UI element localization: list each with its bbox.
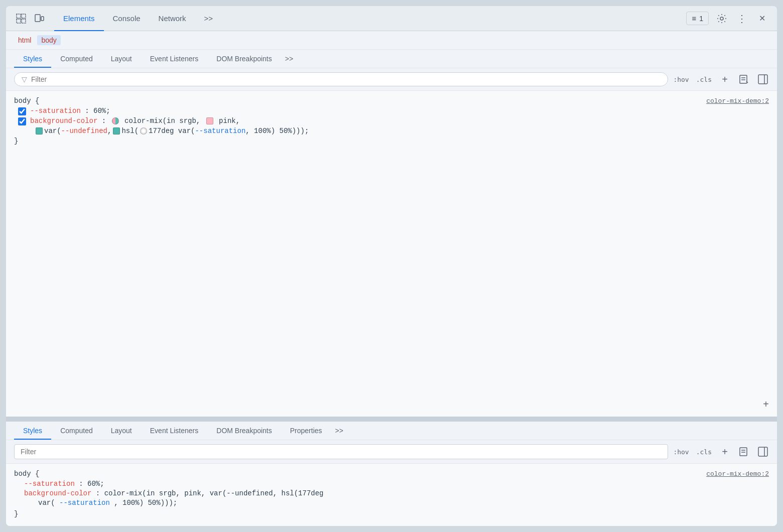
filter-actions-2: :hov .cls + <box>673 446 769 458</box>
toggle-sidebar-btn-2[interactable] <box>757 446 769 458</box>
css-source-link-1[interactable]: color-mix-demo:2 <box>706 97 769 105</box>
cursor-icon[interactable] <box>14 12 28 26</box>
filter-actions-1: :hov .cls + <box>673 73 769 85</box>
bg-name[interactable]: background-color <box>30 117 97 125</box>
settings-icon[interactable] <box>715 12 729 26</box>
svg-point-6 <box>720 17 723 20</box>
filter-input-wrap-1[interactable]: ▽ <box>14 72 668 86</box>
filter-icon-1: ▽ <box>22 75 27 83</box>
svg-rect-7 <box>740 75 747 83</box>
svg-rect-13 <box>740 448 747 456</box>
new-rule-btn-1[interactable] <box>738 73 750 85</box>
breadcrumb-body[interactable]: body <box>37 35 60 45</box>
svg-rect-5 <box>41 17 44 21</box>
teal-swatch[interactable] <box>36 127 43 135</box>
svg-rect-3 <box>22 19 26 23</box>
css-closing-1: } <box>14 135 769 147</box>
svg-rect-16 <box>758 447 767 456</box>
colormix-swatch[interactable] <box>112 117 119 124</box>
tab-styles-1[interactable]: Styles <box>14 50 51 68</box>
svg-rect-2 <box>17 19 21 23</box>
toggle-sidebar-btn-1[interactable] <box>757 73 769 85</box>
saturation-value[interactable]: 60%; <box>93 107 110 115</box>
css-selector-1: body { <box>14 97 39 105</box>
filter-row-1: ▽ :hov .cls + <box>6 68 777 91</box>
devtools-toolbar: Elements Console Network >> ≡ 1 ⋮ ✕ <box>6 6 777 31</box>
saturation-var-link[interactable]: --saturation <box>195 127 245 135</box>
css-panel-1: body { color-mix-demo:2 --saturation : 6… <box>6 91 777 417</box>
badge: ≡ 1 <box>686 12 709 25</box>
bg-value-2: color-mix(in srgb, pink, var(--undefined… <box>104 489 324 497</box>
badge-icon: ≡ <box>692 14 696 23</box>
tab-properties-2[interactable]: Properties <box>281 422 331 440</box>
bg-name-2[interactable]: background-color <box>24 489 91 497</box>
cls-btn-2[interactable]: .cls <box>696 448 712 456</box>
breadcrumb: html body <box>6 31 777 50</box>
saturation-name[interactable]: --saturation <box>30 107 81 115</box>
tab-event-listeners-1[interactable]: Event Listeners <box>141 50 208 68</box>
saturation-var-link-2[interactable]: --saturation <box>59 499 110 507</box>
tab-event-listeners-2[interactable]: Event Listeners <box>141 422 208 440</box>
hsl-circle-swatch[interactable] <box>140 127 147 135</box>
tab-network[interactable]: Network <box>150 11 195 26</box>
saturation-value-2: 60%; <box>87 480 104 488</box>
css-add-btn-1[interactable]: + <box>763 399 769 411</box>
css-prop-saturation-2: --saturation : 60%; <box>14 480 769 488</box>
tab-computed-1[interactable]: Computed <box>51 50 102 68</box>
new-rule-btn-2[interactable] <box>738 446 750 458</box>
css-property-bg: background-color : color-mix(in srgb, pi… <box>14 117 769 125</box>
tab-styles-2[interactable]: Styles <box>14 422 51 440</box>
bg-checkbox[interactable] <box>18 117 26 125</box>
svg-rect-11 <box>758 75 767 84</box>
hov-btn-1[interactable]: :hov <box>673 76 689 83</box>
svg-rect-0 <box>17 14 21 18</box>
tab-more-1[interactable]: >> <box>281 50 297 68</box>
add-style-btn-2[interactable]: + <box>719 446 731 458</box>
tab-layout-2[interactable]: Layout <box>102 422 141 440</box>
tab-more-2[interactable]: >> <box>331 422 347 440</box>
pink-swatch[interactable] <box>206 117 213 124</box>
css-continuation-1: var( --undefined , hsl( 177deg var( --sa… <box>14 127 769 135</box>
css-closing-2: } <box>14 508 769 520</box>
teal-swatch-2[interactable] <box>113 127 120 135</box>
bg-prop: background-color : color-mix(in srgb, pi… <box>30 117 240 125</box>
saturation-checkbox[interactable] <box>18 107 26 115</box>
saturation-name-2[interactable]: --saturation <box>24 480 75 488</box>
panel-divider <box>6 417 777 422</box>
css-panel-2: body { color-mix-demo:2 --saturation : 6… <box>6 464 777 526</box>
bg-value-part1: color-mix(in srgb, <box>124 117 205 125</box>
tab-elements[interactable]: Elements <box>54 11 104 26</box>
filter-row-2: :hov .cls + <box>6 440 777 464</box>
cls-btn-1[interactable]: .cls <box>696 76 712 83</box>
css-prop-bg-2: background-color : color-mix(in srgb, pi… <box>14 489 769 497</box>
hov-btn-2[interactable]: :hov <box>673 448 689 456</box>
svg-rect-1 <box>22 14 26 18</box>
tab-dom-breakpoints-1[interactable]: DOM Breakpoints <box>207 50 281 68</box>
tab-layout-1[interactable]: Layout <box>102 50 141 68</box>
close-icon[interactable]: ✕ <box>755 12 769 26</box>
panel1-tabs: Styles Computed Layout Event Listeners D… <box>6 50 777 68</box>
tab-dom-breakpoints-2[interactable]: DOM Breakpoints <box>207 422 281 440</box>
more-icon[interactable]: ⋮ <box>735 12 749 26</box>
breadcrumb-html[interactable]: html <box>14 35 35 45</box>
add-style-btn-1[interactable]: + <box>719 73 731 85</box>
tab-more[interactable]: >> <box>195 11 222 26</box>
filter-input-1[interactable] <box>31 75 661 83</box>
bg-value-part2: pink, <box>219 117 240 125</box>
css-selector-2: body { <box>14 470 39 478</box>
toolbar-right: ≡ 1 ⋮ ✕ <box>686 12 769 26</box>
saturation-prop: --saturation : 60%; <box>30 107 110 115</box>
css-prop-bg-cont-2: var( --saturation , 100%) 50%))); <box>14 499 769 507</box>
device-icon[interactable] <box>32 12 46 26</box>
css-source-link-2[interactable]: color-mix-demo:2 <box>706 470 769 478</box>
bottom-panel: Styles Computed Layout Event Listeners D… <box>6 422 777 526</box>
toolbar-tabs: Elements Console Network >> <box>54 11 682 26</box>
tab-console[interactable]: Console <box>104 11 150 26</box>
css-rule-header-2: body { color-mix-demo:2 <box>14 470 769 478</box>
filter-input-2[interactable] <box>14 444 668 459</box>
tab-computed-2[interactable]: Computed <box>51 422 102 440</box>
panel2-tabs: Styles Computed Layout Event Listeners D… <box>6 422 777 440</box>
css-rule-header-1: body { color-mix-demo:2 <box>14 97 769 105</box>
svg-rect-4 <box>35 15 40 22</box>
css-property-saturation: --saturation : 60%; <box>14 107 769 115</box>
